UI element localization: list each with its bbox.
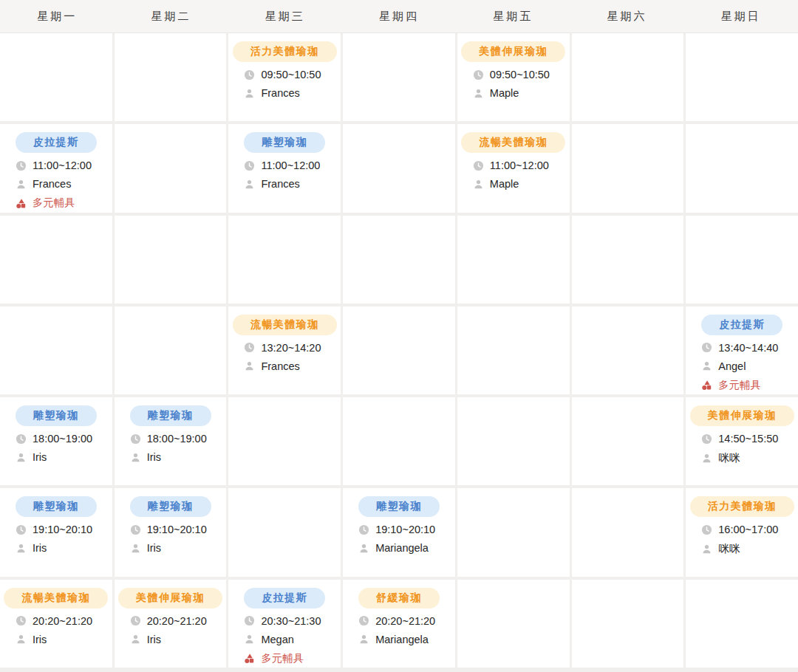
- schedule-cell: [457, 488, 570, 576]
- instructor-row: Frances: [244, 87, 341, 99]
- instructor-name: Mariangela: [375, 634, 429, 645]
- class-time-row: 19:10~20:10: [358, 524, 455, 535]
- class-card[interactable]: 雕塑瑜珈19:10~20:10Iris: [0, 488, 112, 554]
- class-time: 20:30~21:30: [261, 615, 321, 627]
- class-time: 18:00~19:00: [33, 433, 92, 445]
- instructor-row: Iris: [16, 451, 112, 463]
- schedule-cell: 雕塑瑜珈18:00~19:00Iris: [115, 397, 227, 485]
- instructor-name: Iris: [147, 451, 161, 463]
- instructor-name: Maple: [490, 87, 519, 99]
- instructor-row: Iris: [16, 542, 112, 554]
- schedule-cell: 皮拉提斯20:30~21:30Megan多元輔具: [228, 580, 341, 668]
- class-card[interactable]: 雕塑瑜珈19:10~20:10Iris: [115, 488, 227, 554]
- schedule-cell: 雕塑瑜珈18:00~19:00Iris: [0, 397, 112, 485]
- class-card[interactable]: 皮拉提斯11:00~12:00Frances多元輔具: [0, 124, 112, 210]
- schedule-cell: 雕塑瑜珈11:00~12:00Frances: [228, 124, 341, 212]
- clock-icon: [130, 615, 141, 626]
- class-card[interactable]: 活力美體瑜珈09:50~10:50Frances: [228, 33, 341, 99]
- equipment-tag-row: 多元輔具: [244, 652, 341, 665]
- class-card[interactable]: 流暢美體瑜珈11:00~12:00Maple: [457, 124, 570, 190]
- schedule-cell: [572, 397, 684, 485]
- class-name-pill: 美體伸展瑜珈: [461, 41, 565, 62]
- class-card[interactable]: 美體伸展瑜珈20:20~21:20Iris: [115, 580, 227, 645]
- instructor-name: 咪咪: [718, 542, 740, 556]
- schedule-cell: [686, 580, 798, 668]
- person-icon: [130, 452, 141, 463]
- clock-icon: [701, 342, 712, 353]
- schedule-cell: [228, 397, 341, 485]
- class-card[interactable]: 美體伸展瑜珈14:50~15:50咪咪: [686, 397, 798, 465]
- clock-icon: [358, 615, 369, 626]
- instructor-name: Iris: [33, 451, 47, 463]
- schedule-cell: [457, 306, 570, 394]
- schedule-cell: [457, 580, 570, 668]
- instructor-name: Iris: [33, 542, 47, 554]
- schedule-cell: 活力美體瑜珈09:50~10:50Frances: [228, 33, 341, 121]
- class-card[interactable]: 雕塑瑜珈11:00~12:00Frances: [228, 124, 341, 190]
- class-time-row: 11:00~12:00: [244, 160, 341, 171]
- class-card[interactable]: 皮拉提斯13:40~14:40Angel多元輔具: [686, 306, 798, 392]
- clock-icon: [16, 433, 27, 445]
- schedule-cell: [572, 306, 684, 394]
- weekday-label: 星期二: [114, 0, 228, 32]
- person-icon: [16, 543, 27, 554]
- class-card[interactable]: 美體伸展瑜珈09:50~10:50Maple: [457, 33, 570, 99]
- instructor-row: Maple: [473, 178, 570, 190]
- person-icon: [16, 179, 27, 190]
- class-time-row: 13:20~14:20: [244, 342, 341, 354]
- class-card[interactable]: 雕塑瑜珈18:00~19:00Iris: [115, 397, 227, 463]
- class-time-row: 18:00~19:00: [16, 433, 112, 445]
- person-icon: [701, 544, 712, 555]
- class-time-row: 13:40~14:40: [701, 342, 798, 354]
- class-card[interactable]: 活力美體瑜珈16:00~17:00咪咪: [686, 488, 798, 556]
- clock-icon: [701, 433, 712, 445]
- instructor-name: 咪咪: [718, 451, 740, 465]
- instructor-name: Iris: [147, 634, 161, 645]
- class-card[interactable]: 流暢美體瑜珈13:20~14:20Frances: [228, 306, 341, 372]
- class-time: 20:20~21:20: [375, 615, 435, 627]
- class-name-pill: 雕塑瑜珈: [130, 405, 211, 426]
- instructor-name: Angel: [718, 360, 746, 372]
- person-icon: [244, 360, 255, 371]
- schedule-cell: [572, 124, 684, 212]
- props-icon: [16, 198, 27, 209]
- schedule-cell: [572, 488, 684, 576]
- class-time: 19:10~20:10: [33, 524, 92, 535]
- class-time-row: 14:50~15:50: [701, 433, 798, 445]
- schedule-cell: 雕塑瑜珈19:10~20:10Iris: [0, 488, 112, 576]
- schedule-cell: [343, 33, 455, 121]
- class-time: 14:50~15:50: [718, 433, 778, 445]
- schedule-cell: [115, 216, 227, 304]
- instructor-row: Frances: [244, 360, 341, 372]
- weekday-label: 星期一: [0, 0, 114, 32]
- weekly-class-schedule: 星期一星期二星期三星期四星期五星期六星期日 活力美體瑜珈09:50~10:50F…: [0, 0, 798, 672]
- class-card[interactable]: 雕塑瑜珈19:10~20:10Mariangela: [343, 488, 455, 554]
- schedule-cell: [572, 580, 684, 668]
- instructor-row: Angel: [701, 360, 798, 372]
- schedule-cell: 美體伸展瑜珈20:20~21:20Iris: [115, 580, 227, 668]
- class-name-pill: 流暢美體瑜珈: [461, 132, 565, 153]
- schedule-cell: [343, 306, 455, 394]
- clock-icon: [244, 160, 255, 171]
- instructor-row: Frances: [244, 178, 341, 190]
- instructor-name: Iris: [147, 542, 161, 554]
- clock-icon: [358, 524, 369, 535]
- instructor-name: Mariangela: [375, 542, 429, 554]
- instructor-row: Maple: [473, 87, 570, 99]
- schedule-cell: [343, 216, 455, 304]
- class-card[interactable]: 流暢美體瑜珈20:20~21:20Iris: [0, 580, 112, 645]
- class-time: 09:50~10:50: [261, 69, 321, 80]
- schedule-cell: [686, 216, 798, 304]
- class-card[interactable]: 舒緩瑜珈20:20~21:20Mariangela: [343, 580, 455, 645]
- class-card[interactable]: 雕塑瑜珈18:00~19:00Iris: [0, 397, 112, 463]
- props-icon: [244, 653, 255, 664]
- class-name-pill: 皮拉提斯: [244, 588, 325, 608]
- weekday-label: 星期四: [342, 0, 456, 32]
- class-card[interactable]: 皮拉提斯20:30~21:30Megan多元輔具: [228, 580, 341, 665]
- schedule-cell: [0, 306, 112, 394]
- schedule-grid: 活力美體瑜珈09:50~10:50Frances美體伸展瑜珈09:50~10:5…: [0, 33, 798, 671]
- clock-icon: [473, 69, 484, 80]
- instructor-name: Megan: [261, 634, 293, 645]
- class-time-row: 09:50~10:50: [244, 69, 341, 80]
- instructor-row: Iris: [130, 542, 227, 554]
